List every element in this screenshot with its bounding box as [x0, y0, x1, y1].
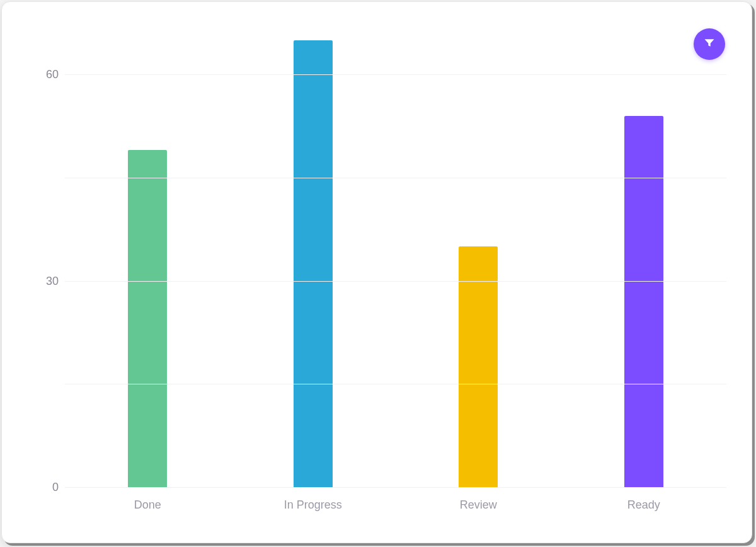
gridline	[65, 384, 726, 384]
gridline	[65, 281, 726, 282]
gridline	[65, 74, 726, 75]
bar[interactable]	[459, 246, 498, 487]
bar-column	[561, 116, 727, 487]
bars-container	[65, 33, 726, 487]
bar-column	[396, 246, 561, 487]
y-tick-label: 0	[30, 481, 59, 494]
gridline	[65, 487, 726, 488]
bar[interactable]	[128, 150, 167, 487]
bar-column	[65, 150, 231, 487]
chart-plot-area: 03060	[65, 33, 726, 487]
y-tick-label: 60	[30, 68, 59, 81]
bar[interactable]	[624, 116, 663, 487]
gridline	[65, 178, 726, 178]
bar[interactable]	[294, 40, 333, 487]
y-tick-label: 30	[30, 274, 59, 287]
x-tick-label: Review	[396, 498, 561, 512]
x-tick-label: Done	[65, 498, 231, 512]
chart-card: 03060 DoneIn ProgressReviewReady	[1, 1, 752, 543]
x-axis-labels: DoneIn ProgressReviewReady	[65, 498, 726, 512]
x-tick-label: Ready	[561, 498, 727, 512]
bar-column	[231, 40, 396, 487]
x-tick-label: In Progress	[231, 498, 396, 512]
